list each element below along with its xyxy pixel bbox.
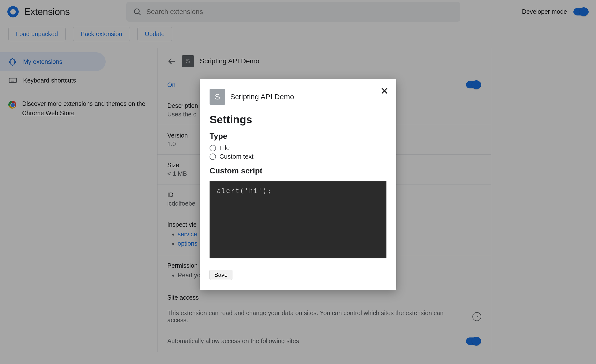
settings-modal: S Scripting API Demo Settings Type File … [200,79,396,290]
radio-label: Custom text [219,153,254,160]
type-option-file[interactable]: File [210,144,386,152]
radio-label: File [219,144,230,152]
modal-overlay: S Scripting API Demo Settings Type File … [0,0,596,364]
modal-extension-icon: S [210,89,225,105]
radio-icon [210,154,216,160]
radio-icon [210,145,216,151]
type-heading: Type [210,132,386,141]
modal-extension-name: Scripting API Demo [230,93,294,101]
close-icon[interactable] [380,86,389,95]
type-option-custom-text[interactable]: Custom text [210,153,386,160]
save-button[interactable]: Save [210,270,232,280]
modal-heading: Settings [210,113,386,126]
custom-script-textarea[interactable] [210,181,386,258]
custom-script-heading: Custom script [210,166,386,175]
